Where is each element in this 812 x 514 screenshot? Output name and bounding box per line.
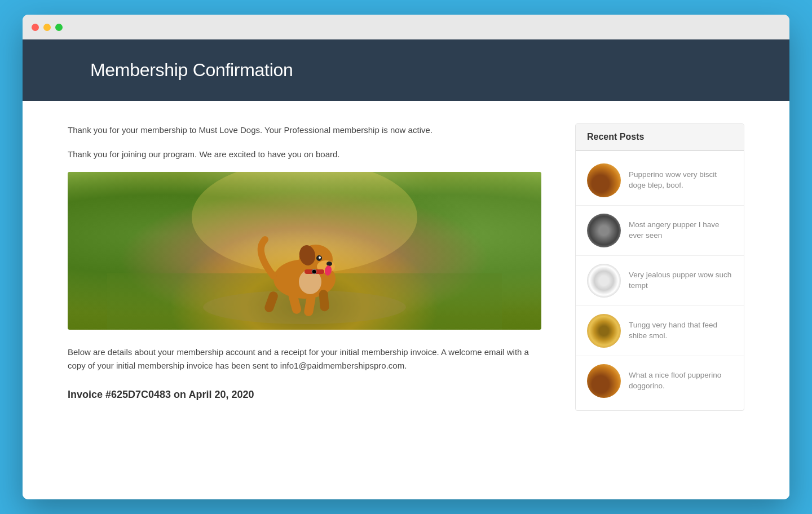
post-list: Pupperino wow very biscit doge blep, boo… <box>576 151 744 410</box>
dog-image <box>68 172 541 330</box>
page-title: Membership Confirmation <box>90 60 722 81</box>
post-thumbnail <box>587 264 621 298</box>
list-item[interactable]: Tungg very hand that feed shibe smol. <box>576 306 744 356</box>
post-thumbnail <box>587 214 621 247</box>
intro-paragraph-2: Thank you for joining our program. We ar… <box>68 148 541 162</box>
dog-illustration <box>68 172 541 330</box>
post-title: Most angery pupper I have ever seen <box>629 220 732 241</box>
list-item[interactable]: Pupperino wow very biscit doge blep, boo… <box>576 156 744 206</box>
post-thumbnail <box>587 163 621 197</box>
traffic-light-green[interactable] <box>55 24 63 31</box>
post-thumbnail <box>587 364 621 398</box>
post-title: Very jealous pupper wow such tempt <box>629 270 732 291</box>
post-title: Tungg very hand that feed shibe smol. <box>629 320 732 342</box>
list-item[interactable]: Most angery pupper I have ever seen <box>576 206 744 256</box>
browser-chrome <box>23 15 789 39</box>
page-content: Thank you for your membership to Must Lo… <box>23 101 789 499</box>
intro-paragraph-1: Thank you for your membership to Must Lo… <box>68 123 541 138</box>
traffic-light-red[interactable] <box>32 24 39 31</box>
post-thumbnail <box>587 314 621 348</box>
details-paragraph: Below are details about your membership … <box>68 345 541 374</box>
page-header: Membership Confirmation <box>23 39 789 101</box>
traffic-light-yellow[interactable] <box>43 24 51 31</box>
post-title: Pupperino wow very biscit doge blep, boo… <box>629 170 732 191</box>
main-content: Thank you for your membership to Must Lo… <box>68 123 541 401</box>
post-title: What a nice floof pupperino doggorino. <box>629 370 732 392</box>
recent-posts-widget: Recent Posts Pupperino wow very biscit d… <box>575 123 744 411</box>
svg-point-17 <box>312 269 316 274</box>
list-item[interactable]: What a nice floof pupperino doggorino. <box>576 356 744 406</box>
svg-point-8 <box>319 256 321 259</box>
sidebar: Recent Posts Pupperino wow very biscit d… <box>575 123 744 411</box>
widget-title: Recent Posts <box>576 124 744 151</box>
browser-window: Membership Confirmation Thank you for yo… <box>23 15 789 499</box>
svg-point-6 <box>326 262 332 266</box>
list-item[interactable]: Very jealous pupper wow such tempt <box>576 256 744 306</box>
invoice-line: Invoice #625D7C0483 on April 20, 2020 <box>68 389 541 401</box>
